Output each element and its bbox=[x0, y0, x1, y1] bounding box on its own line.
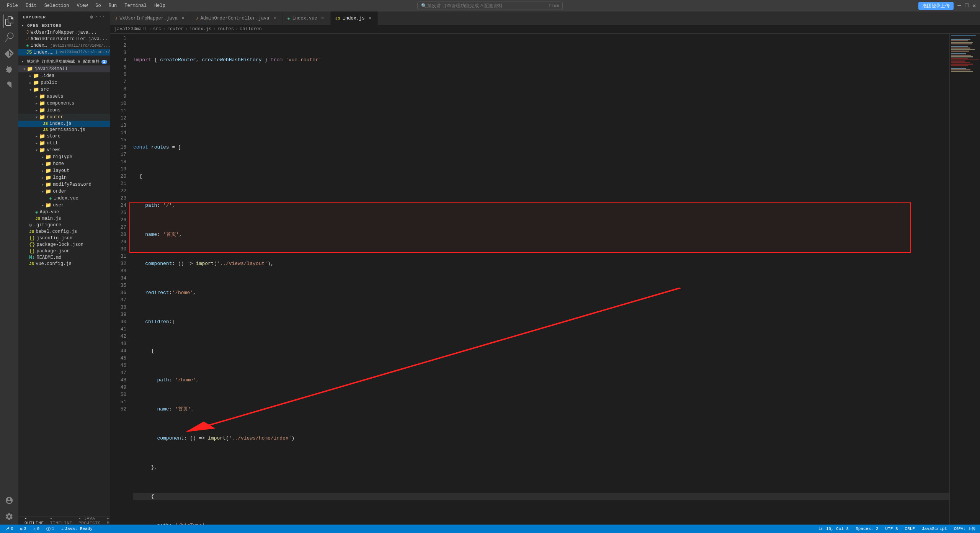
breadcrumb-src[interactable]: src bbox=[153, 26, 162, 32]
timeline-tab[interactable]: ▸ TIMELINE bbox=[50, 515, 72, 525]
search-input[interactable] bbox=[417, 2, 563, 10]
activity-account[interactable] bbox=[3, 494, 16, 507]
status-position[interactable]: Ln 16, Col 8 bbox=[817, 525, 850, 533]
status-encoding[interactable]: UTF-8 bbox=[884, 525, 900, 533]
tree-order-indexvue[interactable]: ◈ index.vue bbox=[18, 195, 110, 202]
status-cgpv[interactable]: CGPV: 上传 bbox=[952, 525, 977, 533]
activity-git[interactable] bbox=[3, 47, 16, 60]
tree-home[interactable]: ▸ 📁 home bbox=[18, 160, 110, 167]
menu-go[interactable]: Go bbox=[92, 2, 104, 9]
tree-store[interactable]: ▸ 📁 store bbox=[18, 133, 110, 140]
status-eol[interactable]: CRLF bbox=[903, 525, 916, 533]
tree-vueconfig[interactable]: JS vue.config.js bbox=[18, 261, 110, 267]
activity-explorer[interactable] bbox=[3, 15, 16, 28]
menu-selection[interactable]: Selection bbox=[41, 2, 72, 9]
tree-router-indexjs[interactable]: JS index.js bbox=[18, 121, 110, 127]
tree-jsconfig[interactable]: {} jsconfig.json bbox=[18, 235, 110, 241]
error-icon: ⊗ bbox=[20, 526, 23, 531]
breadcrumb-java1234mall[interactable]: java1234mall bbox=[114, 26, 147, 32]
breadcrumb-router[interactable]: router bbox=[167, 26, 183, 32]
menu-run[interactable]: Run bbox=[106, 2, 120, 9]
sidebar-explorer-header[interactable]: EXPLORER ⊕ ··· bbox=[18, 11, 110, 22]
activity-search[interactable] bbox=[3, 31, 16, 44]
folder-util-icon: ▸ bbox=[35, 141, 38, 146]
tab-adminordercontroller[interactable]: J AdminOrderController.java × bbox=[191, 11, 283, 25]
menu-view[interactable]: View bbox=[74, 2, 91, 9]
tree-assets[interactable]: ▸ 📁 assets bbox=[18, 93, 110, 100]
open-file-index-js[interactable]: JS index.js java1234mall/src/router/ bbox=[18, 49, 110, 56]
activity-debug[interactable] bbox=[3, 63, 16, 76]
menu-help[interactable]: Help bbox=[151, 2, 168, 9]
folder-home-icon: ▸ bbox=[41, 161, 44, 167]
tree-login[interactable]: ▸ 📁 login bbox=[18, 174, 110, 181]
status-errors[interactable]: ⊗ 3 bbox=[19, 525, 28, 533]
tree-packagejson[interactable]: {} package.json bbox=[18, 248, 110, 254]
close-button[interactable]: ✕ bbox=[972, 2, 976, 10]
tab-close-indexvue[interactable]: × bbox=[320, 15, 326, 21]
tree-bigtype[interactable]: ▸ 📁 bigType bbox=[18, 154, 110, 160]
tree-router-permissionjs[interactable]: JS permission.js bbox=[18, 127, 110, 133]
menu-edit[interactable]: Edit bbox=[23, 2, 40, 9]
tree-router[interactable]: ▾ 📁 router bbox=[18, 114, 110, 121]
tree-gitignore[interactable]: ⚙ .gitignore bbox=[18, 222, 110, 229]
tree-order[interactable]: ▾ 📁 order bbox=[18, 188, 110, 195]
tree-util[interactable]: ▸ 📁 util bbox=[18, 140, 110, 147]
menu-terminal[interactable]: Terminal bbox=[121, 2, 150, 9]
activity-extensions[interactable] bbox=[3, 79, 16, 92]
code-editor[interactable]: 12345 678910 1112131415 1617181920 21222… bbox=[110, 34, 980, 525]
maximize-button[interactable]: □ bbox=[965, 2, 969, 9]
tree-modifypassword[interactable]: ▸ 📁 modifyPassword bbox=[18, 181, 110, 188]
tree-icons[interactable]: ▸ 📁 icons bbox=[18, 107, 110, 114]
tree-components[interactable]: ▸ 📁 components bbox=[18, 100, 110, 107]
outline-tab[interactable]: ▸ OUTLINE bbox=[24, 515, 44, 525]
tree-public[interactable]: ▸ 📁 public bbox=[18, 79, 110, 86]
tab-vue-icon: ◈ bbox=[287, 16, 290, 21]
tree-router-label: router bbox=[47, 114, 63, 120]
open-editors-header[interactable]: ▾ OPEN EDITORS bbox=[18, 22, 110, 29]
status-info[interactable]: ⓘ 1 bbox=[45, 525, 56, 533]
open-file-wxuserinfomapper[interactable]: J WxUserInfoMapper.java... bbox=[18, 29, 110, 36]
status-language[interactable]: JavaScript bbox=[920, 525, 949, 533]
tab-wxuserinfomapper[interactable]: J WxUserInfoMapper.java × bbox=[110, 11, 191, 25]
activity-settings[interactable] bbox=[3, 510, 16, 523]
tree-readmemd[interactable]: M↓ README.md bbox=[18, 254, 110, 261]
project-header[interactable]: ▾ 第次讲 订单管理功能完成 A 配套资料 1 bbox=[18, 58, 110, 65]
sidebar-more-icon[interactable]: ··· bbox=[95, 14, 106, 20]
tree-appvue[interactable]: ◈ App.vue bbox=[18, 209, 110, 216]
tree-java1234mall[interactable]: ▾ 📁 java1234mall bbox=[18, 65, 110, 72]
folder-idea-icon: 📁 bbox=[33, 73, 39, 79]
tree-user[interactable]: ▸ 📁 user bbox=[18, 202, 110, 209]
tab-indexvue[interactable]: ◈ index.vue × bbox=[283, 11, 330, 25]
tree-layout[interactable]: ▸ 📁 layout bbox=[18, 167, 110, 174]
menu-file[interactable]: File bbox=[4, 2, 21, 9]
tree-src[interactable]: ▾ 📁 src bbox=[18, 86, 110, 93]
open-file-index-vue[interactable]: ◈ index.vue java1234mall/src/views/... bbox=[18, 42, 110, 49]
status-warnings[interactable]: ⚠ 0 bbox=[32, 525, 41, 533]
tree-mainjs[interactable]: JS main.js bbox=[18, 216, 110, 222]
tree-idea[interactable]: ▸ 📁 .idea bbox=[18, 72, 110, 79]
folder-expand-icon: ▾ bbox=[23, 66, 26, 72]
maven-tab[interactable]: ▸ MAVEN bbox=[107, 515, 110, 525]
breadcrumb-children[interactable]: children bbox=[240, 26, 262, 32]
open-file-adminordercontroller[interactable]: J AdminOrderController.java... bbox=[18, 36, 110, 42]
tab-close-indexjs[interactable]: × bbox=[367, 15, 373, 21]
warning-icon: ⚠ bbox=[33, 526, 36, 531]
breadcrumb-routes[interactable]: routes bbox=[217, 26, 234, 32]
tree-packagelockjson[interactable]: {} package-lock.json bbox=[18, 241, 110, 248]
java-projects-tab[interactable]: ▸ JAVA PROJECTS bbox=[78, 515, 101, 525]
tab-close-adminordercontroller[interactable]: × bbox=[271, 15, 278, 21]
editor-container: 12345 678910 1112131415 1617181920 21222… bbox=[110, 34, 980, 525]
status-java[interactable]: ☕ Java: Ready bbox=[60, 525, 94, 533]
sidebar-new-file-icon[interactable]: ⊕ bbox=[90, 14, 93, 20]
tab-indexjs[interactable]: JS index.js × bbox=[331, 11, 378, 25]
tree-babelconfig[interactable]: JS babel.config.js bbox=[18, 229, 110, 235]
upload-button[interactable]: 抱团登录上传 bbox=[918, 2, 954, 10]
folder-components-icon: ▸ bbox=[35, 101, 38, 106]
status-git-branch[interactable]: ⎇ 0 bbox=[3, 525, 15, 533]
tree-views[interactable]: ▾ 📁 views bbox=[18, 147, 110, 154]
tree-order-label: order bbox=[53, 189, 67, 194]
minimize-button[interactable]: ─ bbox=[957, 2, 961, 9]
tab-close-wxuserinfomapper[interactable]: × bbox=[180, 15, 186, 21]
breadcrumb-indexjs[interactable]: index.js bbox=[189, 26, 212, 32]
status-spaces[interactable]: Spaces: 2 bbox=[854, 525, 880, 533]
